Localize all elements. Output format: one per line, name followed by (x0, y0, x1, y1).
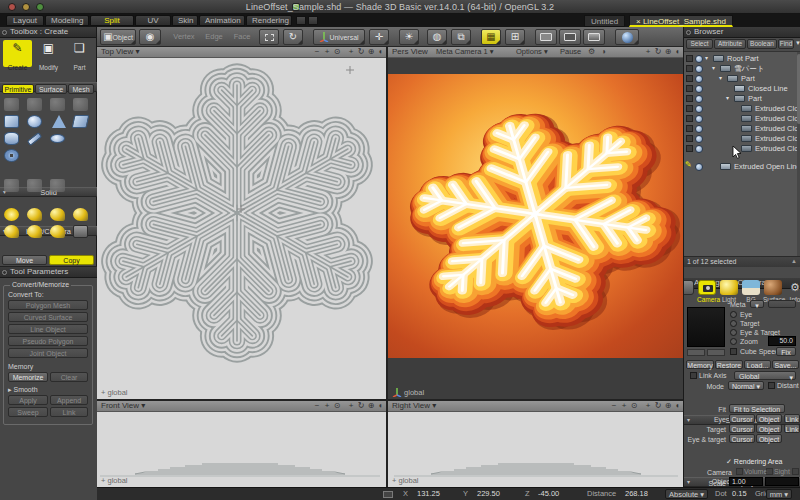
disclosure-icon[interactable]: ▾ (726, 94, 729, 103)
zoom-in-icon[interactable]: + (322, 47, 332, 57)
pause-button[interactable]: Pause (560, 47, 581, 57)
camera-tool-button[interactable]: ◉ (139, 29, 161, 45)
arm-light-icon[interactable] (27, 225, 42, 238)
mode-dropdown[interactable]: Normal ▾ (728, 381, 764, 390)
solid-icon-2[interactable] (27, 179, 42, 192)
toolbox-header[interactable]: Toolbox : Create (0, 27, 96, 38)
toolbox-mode-part[interactable]: ❏ Part (65, 40, 94, 67)
convert-polygon-mesh-button[interactable]: Polygon Mesh (8, 300, 88, 310)
link-axis-dropdown[interactable]: Global ▾ (734, 371, 796, 380)
tree-item-extruded-4[interactable]: Extruded Closed (684, 134, 797, 144)
zoom-tool-icon[interactable]: ⊕ (663, 47, 673, 57)
view-display-button-3[interactable] (583, 29, 605, 45)
zoom-out-icon[interactable]: − (312, 47, 322, 57)
camera-ball-icon[interactable]: ◐ (673, 47, 683, 57)
camera-create-icon[interactable] (73, 225, 88, 238)
disclosure-icon[interactable]: ▾ (712, 64, 715, 73)
orbit-tool-button[interactable]: ↻ (283, 29, 303, 45)
viewport-title[interactable]: Right View ▾ (392, 401, 436, 411)
pan-icon[interactable]: + (643, 401, 653, 411)
tree-item-root-part[interactable]: ▾ Root Part (684, 54, 797, 64)
camera-ball-icon[interactable]: ◐ (376, 401, 386, 411)
tree-item-snow-part[interactable]: ▾ 雪パート (684, 64, 797, 74)
visibility-checkbox[interactable] (686, 145, 693, 152)
link-axis-checkbox[interactable] (690, 372, 697, 379)
cylinder-primitive-icon[interactable] (4, 132, 19, 145)
render-flag-icon[interactable] (695, 125, 703, 133)
camera-selector[interactable]: Meta Camera 1 ▾ (436, 47, 494, 57)
tab-bg[interactable] (742, 280, 760, 295)
target-cursor-button[interactable]: Cursor (729, 424, 755, 433)
cube-speed-dropdown[interactable]: Fix (776, 347, 796, 356)
marquee-select-button[interactable] (259, 29, 279, 45)
tab-split-view[interactable]: Split View (90, 15, 134, 26)
curve-icon-2[interactable] (27, 98, 42, 111)
snap-grid-button[interactable]: ▦ (481, 29, 501, 45)
orbit-icon[interactable]: ↻ (356, 401, 366, 411)
visibility-checkbox[interactable] (686, 85, 693, 92)
camera-ball-icon[interactable]: ◐ (673, 401, 683, 411)
tree-item-part-2[interactable]: ▾ Part (684, 94, 797, 104)
render-flag-icon[interactable] (695, 105, 703, 113)
viewport-top-canvas[interactable]: + global (97, 58, 386, 399)
volume-checkbox[interactable] (736, 468, 743, 475)
close-icon[interactable]: × (636, 17, 641, 26)
tab-surface[interactable] (764, 280, 782, 295)
load-button[interactable]: Load... (744, 360, 771, 369)
scale-field[interactable]: 1.00 (729, 477, 763, 486)
gear-icon[interactable]: ⚙ (588, 47, 595, 57)
point-light-icon[interactable] (73, 208, 88, 221)
render-flag-icon[interactable] (695, 95, 703, 103)
curve-icon-4[interactable] (73, 98, 88, 111)
visibility-checkbox[interactable] (686, 115, 693, 122)
tab-animation[interactable]: Animation (199, 15, 245, 26)
lock-icon[interactable]: ▲ (791, 258, 797, 264)
orbit-icon[interactable]: ↻ (653, 47, 663, 57)
render-flag-icon[interactable] (695, 115, 703, 123)
tree-item-extruded-2[interactable]: Extruded Closed (684, 114, 797, 124)
convert-curved-surface-button[interactable]: Curved Surface (8, 312, 88, 322)
edge-mode-button[interactable]: Edge (201, 29, 227, 45)
unit-dropdown[interactable]: mm ▾ (766, 489, 792, 499)
curve-icon-3[interactable] (50, 98, 65, 111)
zoom-in-icon[interactable]: + (619, 401, 629, 411)
zoom-in-icon[interactable]: + (322, 401, 332, 411)
tab-uv-edit[interactable]: UV Edit (135, 15, 171, 26)
funnel-icon[interactable]: ▼ (795, 40, 800, 46)
render-flag-icon[interactable] (695, 65, 703, 73)
tree-item-extruded-open-line[interactable]: ✎ Extruded Open Line (684, 162, 797, 172)
tab-camera[interactable] (698, 280, 716, 295)
zoom-tool-icon[interactable]: ⊕ (366, 401, 376, 411)
doc-tab-untitled[interactable]: Untitled (584, 15, 625, 27)
solid-icon-3[interactable] (50, 179, 65, 192)
line-checkbox[interactable] (792, 468, 799, 475)
eye-object-button[interactable]: Object (756, 414, 782, 423)
eye-target-object-button[interactable]: Object (756, 434, 782, 443)
tab-layout[interactable]: Layout (6, 15, 44, 26)
convert-line-object-button[interactable]: Line Object (8, 324, 88, 334)
rendering-area-check[interactable]: ✓ Rendering Area (726, 457, 782, 466)
visibility-checkbox[interactable] (686, 95, 693, 102)
tool-parameters-header[interactable]: Tool Parameters (0, 267, 97, 278)
copy-button[interactable]: Copy (49, 255, 94, 265)
view-display-button-1[interactable] (535, 29, 557, 45)
render-flag-icon[interactable] (695, 55, 703, 63)
cube-primitive-icon[interactable] (4, 115, 19, 128)
tree-item-closed-line[interactable]: Closed Line (684, 84, 797, 94)
doc-tab-active[interactable]: × LineOffset_Sample.shd (629, 15, 733, 27)
tab-light[interactable] (720, 280, 738, 295)
pan-icon[interactable]: + (346, 401, 356, 411)
target-radio[interactable] (730, 320, 737, 327)
render-flag-icon[interactable] (695, 85, 703, 93)
solid-icon-1[interactable] (4, 179, 19, 192)
convert-joint-object-button[interactable]: Joint Object (8, 348, 88, 358)
universal-manipulator-button[interactable]: Universal (313, 29, 365, 45)
memorize-button[interactable]: Memorize (8, 372, 48, 382)
orbit-icon[interactable]: ↻ (356, 47, 366, 57)
visibility-checkbox[interactable] (686, 105, 693, 112)
aggregate-generic-icon[interactable] (683, 280, 694, 295)
sun-light-icon[interactable] (4, 208, 19, 221)
sphere-primitive-icon[interactable] (27, 115, 42, 128)
light-tool-button[interactable]: ☀ (399, 29, 419, 45)
scale-slider[interactable] (765, 477, 799, 486)
